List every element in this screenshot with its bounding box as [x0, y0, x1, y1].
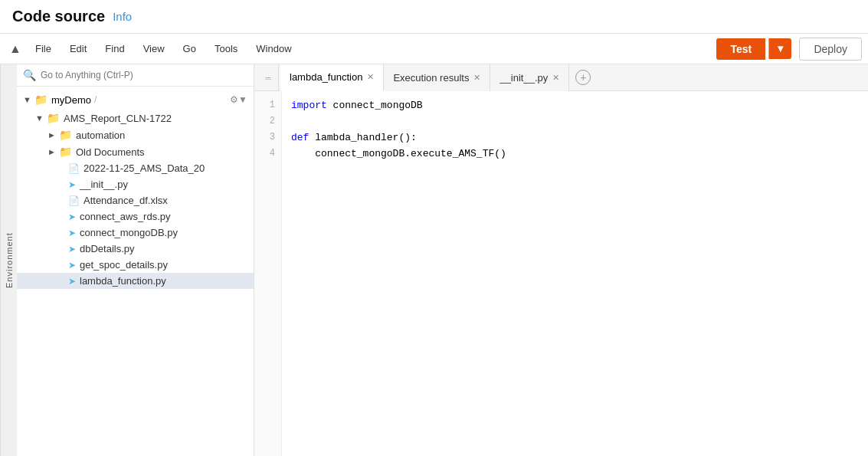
doc-icon-amsdata: 📄	[68, 163, 80, 174]
tree-folder-automation[interactable]: ► 📁 automation	[17, 126, 254, 143]
file-name-init: __init__.py	[80, 179, 128, 190]
tab-label-lambda: lambda_function	[290, 71, 362, 83]
tree-arrow-spoc: ►	[57, 261, 66, 270]
menu-window[interactable]: Window	[248, 40, 299, 57]
file-name-amsdata: 2022-11-25_AMS_Data_20	[84, 162, 205, 174]
title-bar: Code source Info	[0, 0, 868, 34]
file-name-spoc: get_spoc_details.py	[80, 259, 168, 271]
tree-root-row[interactable]: ▼ 📁 myDemo / ⚙▼	[17, 90, 254, 110]
py-icon-init: ➤	[68, 179, 76, 190]
file-name-dbdetails: dbDetails.py	[80, 243, 135, 254]
menu-go[interactable]: Go	[175, 40, 204, 57]
folder-icon-root: 📁	[34, 93, 47, 106]
tree-file-amsdata[interactable]: ► 📄 2022-11-25_AMS_Data_20	[17, 160, 254, 176]
tab-init-py[interactable]: __init__.py ✕	[490, 64, 569, 91]
code-editor: 1 2 3 4 import connect_mongoDB def lambd…	[254, 91, 868, 456]
add-tab-circle-icon: +	[575, 70, 591, 85]
tree-file-lambda[interactable]: ► ➤ lambda_function.py	[17, 273, 254, 289]
tab-close-lambda[interactable]: ✕	[367, 72, 374, 82]
tree-arrow-awsrds: ►	[57, 212, 66, 221]
folder-name-olddocs: Old Documents	[76, 146, 145, 158]
file-name-lambda: lambda_function.py	[80, 275, 166, 287]
file-name-attendance: Attendance_df.xlsx	[84, 195, 168, 206]
menu-file[interactable]: File	[28, 40, 59, 57]
tab-lambda-function[interactable]: lambda_function ✕	[280, 64, 384, 91]
environment-sidebar[interactable]: Environment	[0, 64, 17, 456]
menu-bar: ▲ File Edit Find View Go Tools Window Te…	[0, 34, 868, 64]
root-folder-name: myDemo	[51, 94, 91, 106]
code-line-3: def lambda_handler():	[291, 130, 859, 146]
tab-execution-results[interactable]: Execution results ✕	[384, 64, 490, 91]
add-tab-button[interactable]: +	[572, 64, 594, 91]
line-num-2: 2	[254, 113, 281, 130]
menu-edit[interactable]: Edit	[62, 40, 94, 57]
py-icon-spoc: ➤	[68, 260, 76, 271]
doc-icon-attendance: 📄	[68, 195, 80, 206]
environment-label: Environment	[5, 232, 14, 288]
tree-file-init[interactable]: ► ➤ __init__.py	[17, 176, 254, 192]
line-numbers: 1 2 3 4	[254, 91, 282, 456]
file-tree-panel: 🔍 ▼ 📁 myDemo / ⚙▼ ▼ 📁 AMS_Report_CLN-172…	[17, 64, 254, 456]
tree-arrow-dbdetails: ►	[57, 244, 66, 254]
search-input[interactable]	[41, 70, 247, 80]
test-dropdown-button[interactable]: ▼	[768, 38, 791, 59]
folder-name-automation: automation	[76, 130, 125, 141]
tree-file-spoc[interactable]: ► ➤ get_spoc_details.py	[17, 257, 254, 273]
tree-arrow-amsdata: ►	[57, 164, 66, 173]
file-name-mongodb: connect_mongoDB.py	[80, 227, 178, 238]
code-line-4: connect_mongoDB.execute_AMS_TF()	[291, 146, 859, 162]
menu-view[interactable]: View	[136, 40, 172, 57]
folder-icon-olddocs: 📁	[59, 146, 72, 158]
tree-folder-olddocs[interactable]: ► 📁 Old Documents	[17, 143, 254, 160]
folder-icon-ams: 📁	[47, 112, 60, 124]
code-line-1: import connect_mongoDB	[291, 97, 859, 113]
folder-icon-automation: 📁	[59, 129, 72, 141]
file-tree: ▼ 📁 myDemo / ⚙▼ ▼ 📁 AMS_Report_CLN-1722 …	[17, 87, 254, 456]
page-title: Code source	[12, 8, 105, 25]
tree-arrow-attendance: ►	[57, 196, 66, 205]
code-content[interactable]: import connect_mongoDB def lambda_handle…	[282, 91, 868, 456]
deploy-button[interactable]: Deploy	[799, 38, 862, 61]
tree-folder-ams[interactable]: ▼ 📁 AMS_Report_CLN-1722	[17, 110, 254, 126]
tree-arrow-root: ▼	[23, 95, 32, 104]
gear-icon[interactable]: ⚙▼	[230, 94, 247, 105]
tree-arrow-lambda: ►	[57, 277, 66, 286]
file-name-awsrds: connect_aws_rds.py	[80, 211, 171, 222]
tab-label-init: __init__.py	[500, 72, 548, 84]
py-icon-awsrds: ➤	[68, 212, 76, 222]
collapse-button[interactable]: ▲	[6, 40, 25, 58]
py-icon-mongodb: ➤	[68, 228, 76, 238]
line-num-1: 1	[254, 97, 281, 113]
copy-icon: ⎓	[257, 64, 279, 91]
tree-file-attendance[interactable]: ► 📄 Attendance_df.xlsx	[17, 192, 254, 208]
menu-find[interactable]: Find	[97, 40, 132, 57]
folder-name-ams: AMS_Report_CLN-1722	[64, 113, 172, 124]
tree-arrow-olddocs: ►	[47, 147, 57, 156]
tab-close-execution[interactable]: ✕	[473, 73, 480, 83]
tree-file-awsrds[interactable]: ► ➤ connect_aws_rds.py	[17, 208, 254, 225]
tab-close-init[interactable]: ✕	[552, 73, 559, 83]
py-icon-lambda: ➤	[68, 276, 76, 287]
py-icon-dbdetails: ➤	[68, 244, 76, 254]
tab-bar: ⎓ lambda_function ✕ Execution results ✕ …	[254, 64, 868, 91]
line-num-4: 4	[254, 146, 281, 162]
main-layout: Environment 🔍 ▼ 📁 myDemo / ⚙▼ ▼	[0, 64, 868, 456]
tree-file-mongodb[interactable]: ► ➤ connect_mongoDB.py	[17, 225, 254, 241]
editor-panel: ⎓ lambda_function ✕ Execution results ✕ …	[254, 64, 868, 456]
code-line-2	[291, 113, 859, 130]
tree-arrow-ams: ▼	[35, 113, 44, 123]
tree-arrow-automation: ►	[47, 130, 57, 139]
menu-tools[interactable]: Tools	[207, 40, 245, 57]
tab-label-execution: Execution results	[393, 72, 469, 84]
info-link[interactable]: Info	[113, 10, 132, 23]
tree-arrow-init: ►	[57, 180, 66, 189]
line-num-3: 3	[254, 130, 281, 146]
root-suffix: /	[94, 94, 97, 105]
search-icon: 🔍	[23, 69, 36, 81]
search-bar: 🔍	[17, 64, 254, 87]
tree-file-dbdetails[interactable]: ► ➤ dbDetails.py	[17, 241, 254, 257]
test-button[interactable]: Test	[716, 38, 765, 60]
tree-arrow-mongodb: ►	[57, 228, 66, 238]
